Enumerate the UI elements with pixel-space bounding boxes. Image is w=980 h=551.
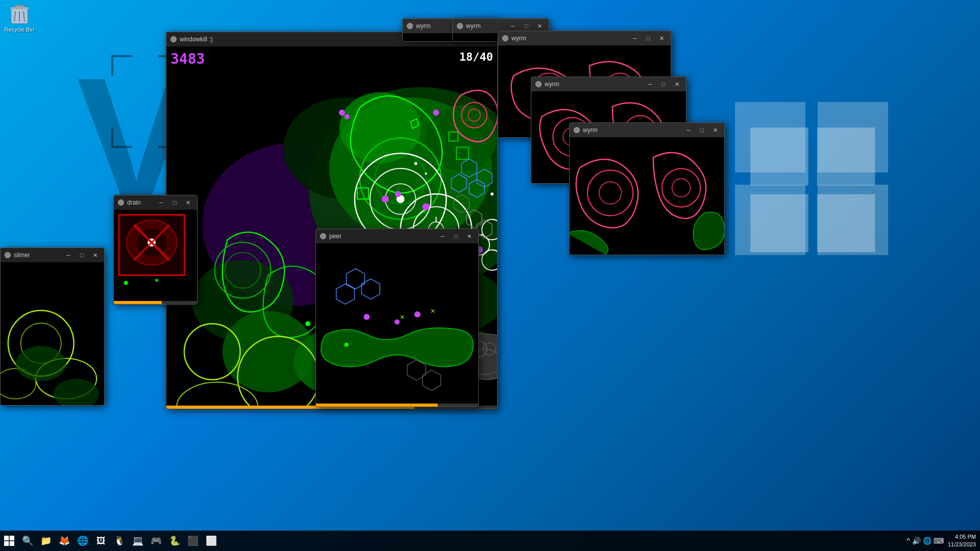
slimer-minimize[interactable]: ─	[63, 250, 74, 260]
svg-text:✕: ✕	[430, 308, 435, 315]
recycle-bin-icon[interactable]: Recycle Bin	[0, 1, 38, 33]
slimer-svg	[1, 262, 104, 405]
recycle-bin-svg	[7, 1, 32, 26]
svg-rect-135	[818, 102, 888, 172]
wyrm-2-close[interactable]: ✕	[534, 21, 545, 31]
svg-point-108	[54, 379, 99, 405]
wyrm-large-3-svg	[570, 137, 724, 255]
wyrm-large-3-titlebar[interactable]: wyrm ─ □ ✕	[570, 123, 724, 137]
svg-rect-134	[735, 102, 805, 172]
drain-maximize[interactable]: □	[169, 197, 180, 208]
tray-chevron[interactable]: ^	[906, 537, 910, 545]
start-button[interactable]	[0, 531, 18, 551]
taskbar-clock2[interactable]: ⬜	[202, 531, 220, 551]
taskbar-fileexplorer[interactable]: 📁	[37, 531, 55, 551]
drain-svg	[114, 210, 197, 304]
slimer-window[interactable]: slimer ─ □ ✕	[0, 247, 105, 406]
svg-rect-141	[10, 541, 14, 546]
slimer-titlebar[interactable]: slimer ─ □ ✕	[1, 248, 104, 262]
wyrm-large-1-minimize[interactable]: ─	[630, 33, 640, 43]
taskbar-discord[interactable]: 🎮	[147, 531, 165, 551]
wyrm-2-minimize[interactable]: ─	[508, 21, 518, 31]
taskbar-chrome[interactable]: 🌐	[74, 531, 92, 551]
slimer-icon	[5, 252, 11, 258]
wyrm-large-1-icon	[502, 35, 508, 41]
taskbar-vscode[interactable]: 💻	[129, 531, 147, 551]
svg-point-116	[414, 311, 421, 317]
tray-network[interactable]: 🌐	[923, 537, 932, 545]
tray-keyboard[interactable]: ⌨	[934, 537, 944, 545]
svg-point-114	[363, 314, 370, 320]
svg-rect-140	[4, 541, 9, 546]
svg-rect-137	[818, 185, 888, 255]
recycle-bin-label: Recycle Bin	[0, 27, 38, 33]
drain-window[interactable]: drain ─ □ ✕	[113, 195, 198, 305]
wyrm-large-3-icon	[574, 127, 580, 133]
peer-titlebar[interactable]: peer ─ □ ✕	[316, 229, 478, 243]
svg-point-77	[414, 162, 418, 165]
tray-volume[interactable]: 🔊	[912, 537, 921, 545]
slimer-canvas[interactable]	[1, 262, 104, 405]
start-icon	[4, 536, 14, 546]
wyrm-1-title: wyrm	[416, 22, 457, 30]
wyrm-large-2-minimize[interactable]: ─	[645, 79, 655, 89]
svg-point-107	[16, 346, 66, 381]
wyrm-1-icon	[407, 23, 413, 29]
drain-minimize[interactable]: ─	[156, 197, 166, 208]
bracket-tl	[111, 55, 132, 76]
drain-close[interactable]: ✕	[183, 197, 193, 208]
peer-close[interactable]: ✕	[464, 231, 474, 241]
svg-point-60	[433, 110, 439, 116]
peer-svg: ✕ ✕	[316, 243, 478, 407]
wyrm-large-2-titlebar[interactable]: wyrm ─ □ ✕	[531, 77, 686, 91]
svg-point-132	[662, 168, 700, 207]
taskbar-clock[interactable]: 4:05 PM 11/23/2023	[948, 533, 980, 549]
svg-point-99	[124, 281, 128, 285]
wyrm-2-maximize[interactable]: □	[521, 21, 531, 31]
wyrm-large-3-close[interactable]: ✕	[710, 125, 720, 135]
wyrm-large-2-icon	[535, 81, 542, 87]
drain-canvas[interactable]	[114, 210, 197, 304]
svg-point-83	[305, 321, 310, 326]
drain-titlebar[interactable]: drain ─ □ ✕	[114, 195, 197, 210]
taskbar-firefox[interactable]: 🦊	[55, 531, 74, 551]
svg-point-133	[672, 179, 691, 197]
taskbar-photos[interactable]: 🖼	[92, 531, 110, 551]
drain-icon	[118, 199, 124, 206]
slimer-title: slimer	[14, 252, 60, 259]
wyrm-large-3-maximize[interactable]: □	[697, 125, 707, 135]
slimer-close[interactable]: ✕	[90, 250, 100, 260]
peer-canvas[interactable]: ✕ ✕	[316, 243, 478, 407]
wyrm-large-3-minimize[interactable]: ─	[683, 125, 694, 135]
taskbar-time: 4:05 PM	[948, 533, 976, 541]
wyrm-large-1-close[interactable]: ✕	[656, 33, 667, 43]
wyrm-large-window-3[interactable]: wyrm ─ □ ✕	[569, 122, 725, 255]
slimer-maximize[interactable]: □	[77, 250, 87, 260]
peer-window[interactable]: peer ─ □ ✕ ✕	[315, 229, 479, 407]
taskbar-search[interactable]: 🔍	[18, 531, 37, 551]
svg-point-130	[587, 170, 633, 215]
svg-point-117	[345, 343, 349, 347]
drain-title: drain	[127, 199, 153, 206]
desktop: V Recycle Bin windowkill :) ─ □ ✕	[0, 0, 980, 551]
wyrm-large-2-title: wyrm	[545, 81, 642, 88]
taskbar-mail[interactable]: 🐧	[110, 531, 129, 551]
taskbar-python[interactable]: 🐍	[165, 531, 184, 551]
peer-title: peer	[329, 233, 434, 240]
peer-minimize[interactable]: ─	[437, 231, 448, 241]
svg-point-64	[395, 191, 401, 197]
svg-point-62	[345, 114, 350, 119]
wyrm-large-1-titlebar[interactable]: wyrm ─ □ ✕	[498, 31, 671, 45]
taskbar-terminal[interactable]: ⬛	[184, 531, 202, 551]
svg-rect-6	[15, 5, 23, 7]
wyrm-large-3-canvas[interactable]	[570, 137, 724, 255]
svg-point-78	[425, 172, 427, 174]
svg-rect-121	[316, 404, 438, 407]
wyrm-large-2-close[interactable]: ✕	[672, 79, 682, 89]
wyrm-large-1-maximize[interactable]: □	[643, 33, 653, 43]
svg-point-100	[155, 279, 158, 282]
wyrm-large-2-maximize[interactable]: □	[658, 79, 669, 89]
svg-point-80	[491, 192, 494, 195]
wyrm-large-1-title: wyrm	[511, 35, 627, 42]
peer-maximize[interactable]: □	[451, 231, 461, 241]
